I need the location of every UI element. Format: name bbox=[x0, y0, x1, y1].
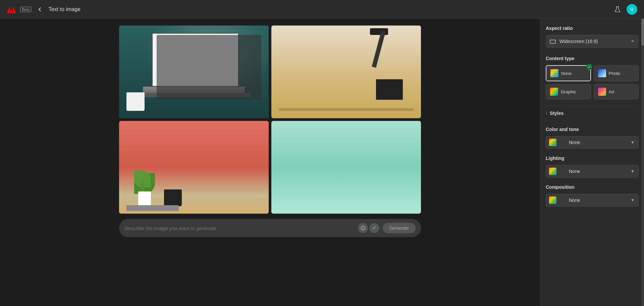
beta-badge: Beta bbox=[20, 7, 31, 12]
composition-label: Composition bbox=[546, 184, 639, 190]
black-mug bbox=[164, 189, 182, 206]
prompt-bar: Generate bbox=[119, 219, 421, 237]
lamp-head bbox=[370, 28, 388, 35]
generate-button[interactable]: Generate bbox=[383, 223, 416, 233]
svg-point-2 bbox=[363, 227, 364, 228]
lighting-section: Lighting None ▼ bbox=[546, 156, 639, 178]
plant-pot bbox=[134, 165, 155, 206]
style-icon bbox=[372, 225, 377, 231]
image-grid bbox=[119, 26, 421, 214]
styles-section: › Styles bbox=[546, 106, 639, 120]
aspect-ratio-label: Aspect ratio bbox=[546, 26, 639, 31]
topbar-right: U bbox=[614, 4, 637, 15]
mug bbox=[126, 92, 145, 111]
avatar[interactable]: U bbox=[627, 4, 637, 15]
scene-1 bbox=[119, 26, 269, 118]
adobe-logo bbox=[7, 6, 16, 13]
composition-value: None bbox=[559, 198, 580, 203]
lighting-dropdown[interactable]: None ▼ bbox=[546, 165, 639, 178]
styles-chevron-icon: › bbox=[546, 111, 547, 116]
svg-point-1 bbox=[362, 227, 362, 228]
content-thumb-none bbox=[550, 69, 558, 77]
face-icon-button[interactable] bbox=[358, 223, 368, 233]
right-panel: Aspect ratio Widescreen (16:9) Square (1… bbox=[540, 19, 644, 306]
scrollbar-thumb[interactable] bbox=[641, 19, 644, 46]
content-thumb-graphic bbox=[550, 88, 558, 96]
back-icon bbox=[37, 7, 43, 12]
laptop-keyboard bbox=[137, 93, 251, 97]
center-content: Generate bbox=[0, 19, 540, 306]
composition-dropdown[interactable]: None ▼ bbox=[546, 194, 639, 207]
laptop-screen bbox=[152, 33, 239, 87]
content-type-art[interactable]: Art bbox=[594, 84, 639, 99]
color-tone-value: None bbox=[559, 140, 580, 145]
scene-2 bbox=[271, 26, 421, 118]
content-thumb-photo bbox=[598, 69, 606, 77]
prompt-icons bbox=[358, 223, 379, 233]
prompt-input-wrapper: Generate bbox=[119, 219, 421, 237]
content-type-none[interactable]: None ✓ bbox=[546, 65, 591, 81]
content-type-grid: None ✓ Photo Graphic Art bbox=[546, 65, 639, 99]
style-icon-button[interactable] bbox=[369, 223, 379, 233]
composition-btn[interactable]: None bbox=[546, 194, 639, 207]
composition-section: Composition None ▼ bbox=[546, 184, 639, 207]
generated-image-4[interactable] bbox=[271, 121, 421, 214]
lighting-btn[interactable]: None bbox=[546, 165, 639, 178]
color-tone-section: Color and tone None ▼ bbox=[546, 127, 639, 149]
content-type-art-label: Art bbox=[609, 89, 614, 94]
content-type-photo[interactable]: Photo bbox=[594, 65, 639, 81]
avatar-initials: U bbox=[630, 7, 633, 12]
content-type-photo-label: Photo bbox=[609, 71, 620, 76]
scene-3 bbox=[119, 121, 269, 214]
main-layout: Generate Aspect ratio Widescreen (16:9) … bbox=[0, 19, 644, 306]
page-title: Text to image bbox=[49, 6, 80, 12]
generated-image-3[interactable] bbox=[119, 121, 269, 214]
adobe-icon bbox=[7, 6, 16, 13]
content-type-graphic-label: Graphic bbox=[561, 89, 576, 94]
generated-image-2[interactable] bbox=[271, 26, 421, 118]
small-monitor bbox=[376, 79, 403, 100]
color-tone-label: Color and tone bbox=[546, 127, 639, 132]
content-type-label: Content type bbox=[546, 56, 639, 61]
notebook bbox=[126, 205, 179, 211]
prompt-input[interactable] bbox=[124, 225, 355, 231]
topbar: Beta Text to image U bbox=[0, 0, 644, 19]
aspect-ratio-select[interactable]: Widescreen (16:9) Square (1:1) Portrait … bbox=[546, 35, 639, 48]
color-tone-btn[interactable]: None bbox=[546, 136, 639, 149]
content-type-graphic[interactable]: Graphic bbox=[546, 84, 591, 99]
lamp-arm bbox=[372, 31, 385, 68]
svg-point-3 bbox=[374, 227, 375, 229]
styles-label: Styles bbox=[550, 111, 564, 116]
laptop-base bbox=[143, 87, 245, 94]
aspect-ratio-dropdown[interactable]: Widescreen (16:9) Square (1:1) Portrait … bbox=[546, 35, 639, 48]
face-icon bbox=[360, 225, 366, 231]
scrollbar-track bbox=[641, 19, 644, 306]
svg-point-0 bbox=[361, 226, 365, 230]
styles-header[interactable]: › Styles bbox=[546, 106, 639, 120]
content-type-none-label: None bbox=[561, 71, 572, 76]
lighting-value: None bbox=[559, 169, 580, 174]
generated-image-1[interactable] bbox=[119, 26, 269, 118]
flask-icon[interactable] bbox=[614, 6, 621, 13]
desk-items bbox=[279, 108, 413, 111]
pot-body bbox=[138, 191, 151, 206]
content-thumb-art bbox=[598, 88, 606, 96]
check-badge-none: ✓ bbox=[586, 64, 592, 70]
back-button[interactable] bbox=[35, 5, 45, 13]
color-tone-dropdown[interactable]: None ▼ bbox=[546, 136, 639, 149]
lighting-label: Lighting bbox=[546, 156, 639, 161]
